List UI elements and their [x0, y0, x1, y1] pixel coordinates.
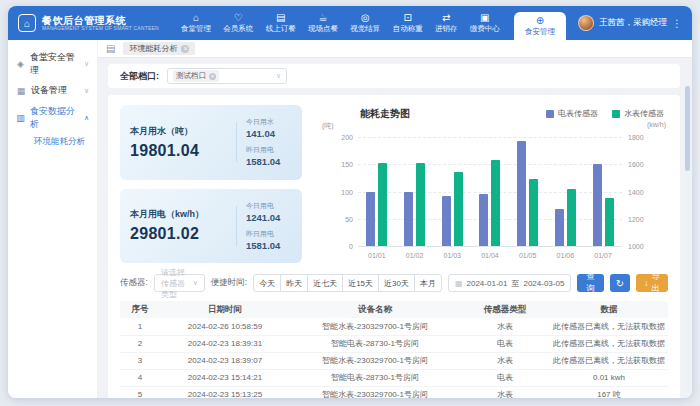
- column-header: 日期时间: [160, 301, 290, 318]
- export-button[interactable]: 导出: [636, 274, 668, 292]
- more-menu-icon[interactable]: [672, 18, 682, 29]
- nav-item-member[interactable]: ♡会员系统: [217, 11, 259, 36]
- date-end: 2024-03-05: [523, 279, 564, 288]
- table-cell: 2024-02-23 18:39:07: [160, 352, 290, 369]
- water-stat-title: 本月用水（吨）: [130, 125, 227, 138]
- legend-item-1[interactable]: 水表传感器: [612, 108, 664, 119]
- nav-item-label: 食堂管理: [181, 24, 211, 34]
- chevron-down-icon: [84, 87, 89, 95]
- visual-settlement-icon: ◎: [361, 13, 370, 23]
- stat-side-label: 今日用电: [246, 201, 292, 211]
- bar-group: 01/02: [404, 137, 425, 246]
- table-row[interactable]: 12024-02-26 10:58:59智能水表-230329700-1号房间水…: [120, 318, 668, 335]
- sidebar-subitem-energy-analysis[interactable]: 环境能耗分析: [8, 131, 97, 153]
- nav-item-label: 进销存: [435, 24, 458, 34]
- export-label: 导出: [652, 271, 661, 295]
- chevron-down-icon: [276, 72, 281, 80]
- stat-side-value: 141.04: [246, 128, 292, 139]
- safety-icon: [16, 59, 25, 69]
- bar-group: 01/06: [555, 137, 576, 246]
- x-axis-label: 01/01: [368, 252, 386, 259]
- refresh-button[interactable]: [610, 274, 630, 292]
- sidebar-item-label: 食堂安全管理: [30, 51, 79, 77]
- quick-time-button-0[interactable]: 今天: [253, 274, 281, 292]
- selected-stall-chip[interactable]: 测试档口: [173, 70, 219, 82]
- nav-item-canteen[interactable]: ⌂食堂管理: [175, 11, 217, 36]
- left-axis-tick: 0: [349, 243, 353, 250]
- sensor-type-select[interactable]: 请选择传感器类型: [154, 274, 205, 292]
- chart-bar: [378, 163, 387, 246]
- app-logo: 餐饮后台管理系统 MANAGEMENT SYSTEM OF SMART CANT…: [8, 6, 169, 40]
- date-range-picker[interactable]: 2024-01-01 至 2024-03-05: [448, 274, 571, 292]
- stat-side-label: 昨日用电: [246, 145, 292, 155]
- scrollbar-track[interactable]: [685, 84, 690, 392]
- nav-item-visual-settlement[interactable]: ◎视觉结算: [344, 11, 386, 36]
- close-icon[interactable]: [181, 45, 189, 53]
- quick-time-button-4[interactable]: 近30天: [378, 274, 415, 292]
- sensor-filter-label: 传感器:: [120, 277, 148, 289]
- nav-item-food-safety-active[interactable]: 食安管理: [514, 12, 566, 40]
- quick-time-button-1[interactable]: 昨天: [280, 274, 308, 292]
- nav-item-auto-weighing[interactable]: ⊡自动称重: [387, 11, 429, 36]
- close-icon[interactable]: [209, 73, 216, 80]
- sidebar-item-canteen-safety[interactable]: 食堂安全管理: [8, 50, 97, 77]
- sidebar-item-food-safety-analysis[interactable]: 食安数据分析: [8, 104, 97, 131]
- table-row[interactable]: 42024-02-23 15:14:21智能电表-28730-1号房间电表0.0…: [120, 369, 668, 386]
- stat-side-value: 1581.04: [246, 240, 292, 251]
- left-axis-tick: 150: [341, 161, 353, 168]
- stat-side-label: 今日用水: [246, 117, 292, 127]
- nav-item-online-order[interactable]: ▤线上订餐: [260, 11, 302, 36]
- column-header: 传感器类型: [460, 301, 550, 318]
- table-cell: 智能水表-230329700-1号房间: [290, 352, 460, 369]
- nav-item-inventory[interactable]: ⇄进销存: [429, 11, 464, 36]
- collapse-menu-icon[interactable]: [106, 43, 115, 54]
- search-button[interactable]: 查询: [577, 274, 604, 292]
- active-module-label: 食安管理: [525, 27, 555, 37]
- chart-bar: [529, 179, 538, 246]
- stats-column: 本月用水（吨） 19801.04 今日用水 141.04: [120, 105, 302, 263]
- chart-legend: 电表传感器水表传感器: [546, 108, 664, 119]
- stall-select[interactable]: 测试档口: [167, 68, 287, 84]
- table-row[interactable]: 52024-02-23 15:13:25智能水表-230329700-1号房间水…: [120, 386, 668, 398]
- chart-bar: [404, 192, 413, 247]
- electric-stat-value: 29801.02: [130, 225, 227, 243]
- nav-item-label: 视觉结算: [350, 24, 380, 34]
- selected-stall-label: 测试档口: [176, 71, 206, 81]
- scrollbar-thumb[interactable]: [685, 86, 690, 171]
- table-cell: 0.01 kwh: [550, 369, 668, 386]
- user-name: 王茜茜，采购经理: [599, 17, 667, 29]
- left-axis-tick: 50: [345, 215, 353, 222]
- nav-item-onsite-order[interactable]: ☕现场点餐: [302, 11, 344, 36]
- table-row[interactable]: 22024-02-23 18:39:31智能电表-28730-1号房间电表此传感…: [120, 335, 668, 352]
- table-cell: 2024-02-23 15:14:21: [160, 369, 290, 386]
- top-header: 餐饮后台管理系统 MANAGEMENT SYSTEM OF SMART CANT…: [8, 6, 692, 40]
- water-stat-card: 本月用水（吨） 19801.04 今日用水 141.04: [120, 105, 302, 180]
- table-cell: 电表: [460, 369, 550, 386]
- table-cell: 此传感器已离线，无法获取数据: [550, 335, 668, 352]
- right-axis-tick: 1800: [628, 134, 644, 141]
- chart-bar: [442, 196, 451, 246]
- nav-item-label: 现场点餐: [308, 24, 338, 34]
- legend-item-0[interactable]: 电表传感器: [546, 108, 598, 119]
- right-axis-tick: 1600: [628, 161, 644, 168]
- open-tab-energy-analysis[interactable]: 环境能耗分析: [123, 42, 195, 55]
- chart-bar: [567, 189, 576, 246]
- x-axis-label: 01/04: [481, 252, 499, 259]
- table-cell: 此传感器已离线，无法获取数据: [550, 318, 668, 335]
- nav-item-payment-center[interactable]: ▣缴费中心: [464, 11, 506, 36]
- bar-group: 01/03: [442, 137, 463, 246]
- quick-time-button-2[interactable]: 近七天: [307, 274, 343, 292]
- table-cell: 4: [120, 369, 160, 386]
- table-cell: 智能水表-230329700-1号房间: [290, 318, 460, 335]
- logo-icon: [18, 14, 36, 32]
- column-header: 序号: [120, 301, 160, 318]
- quick-time-button-3[interactable]: 近15天: [342, 274, 379, 292]
- table-cell: 水表: [460, 386, 550, 398]
- online-order-icon: ▤: [276, 13, 285, 23]
- legend-label: 电表传感器: [558, 108, 598, 119]
- user-menu[interactable]: 王茜茜，采购经理: [568, 6, 692, 40]
- table-row[interactable]: 32024-02-23 18:39:07智能水表-230329700-1号房间水…: [120, 352, 668, 369]
- table-cell: 3: [120, 352, 160, 369]
- quick-time-button-5[interactable]: 本月: [414, 274, 442, 292]
- sidebar-item-device-management[interactable]: 设备管理: [8, 77, 97, 104]
